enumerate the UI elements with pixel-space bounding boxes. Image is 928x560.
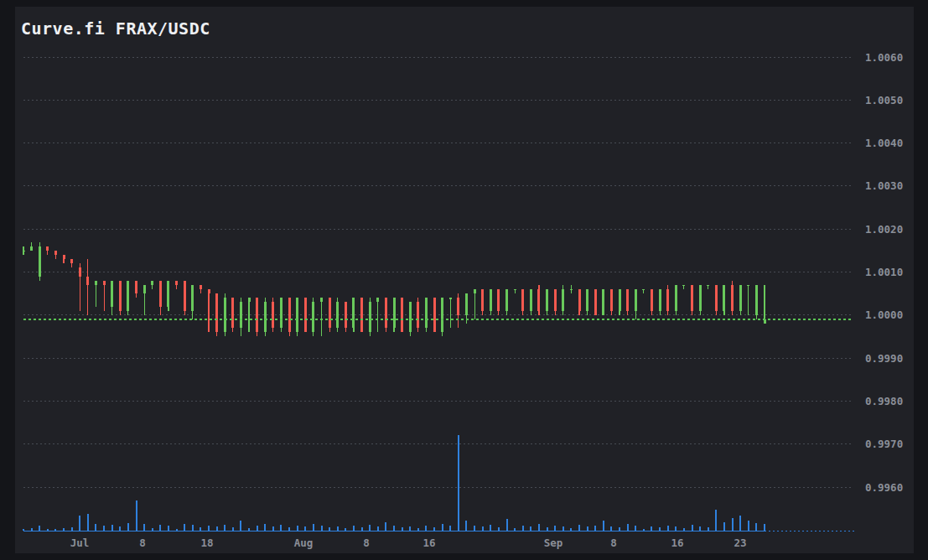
volume-bar (393, 526, 395, 531)
volume-bar (402, 527, 403, 531)
volume-bar (675, 526, 677, 531)
candle-body (127, 281, 129, 311)
candle-body (369, 302, 371, 332)
volume-bar (578, 525, 580, 531)
y-axis-tick-label: 0.9960 (865, 481, 903, 494)
volume-bar (692, 525, 693, 531)
x-axis-tick-label: 16 (671, 537, 683, 549)
candle-body (731, 285, 734, 311)
candle-body (675, 285, 677, 311)
volume-bar (755, 523, 757, 531)
volume-bar (764, 524, 765, 531)
candle-body (256, 298, 258, 332)
candle-body (537, 289, 540, 311)
volume-bar (47, 529, 49, 531)
candle-body (248, 298, 251, 302)
candle-body (30, 246, 33, 251)
candle-body (288, 298, 291, 332)
candle-body (505, 289, 508, 311)
price-chart-canvas[interactable]: 1.00601.00501.00401.00301.00201.00101.00… (15, 7, 914, 553)
x-axis-tick-label: 16 (423, 537, 435, 549)
volume-bar (192, 525, 194, 531)
volume-bar (442, 524, 443, 531)
candle-body (514, 289, 516, 290)
volume-bar (530, 526, 531, 531)
candle-body (184, 281, 186, 311)
y-axis-tick-label: 0.9980 (865, 395, 903, 407)
candle-body (715, 285, 718, 311)
volume-bar (659, 527, 661, 531)
candle-body (530, 289, 532, 311)
candle-body (54, 251, 57, 255)
candle-body (111, 281, 113, 307)
volume-bar (482, 526, 484, 531)
candle-body (272, 302, 274, 328)
volume-bar (200, 527, 201, 531)
volume-bar (297, 526, 298, 531)
volume-bar (184, 524, 185, 531)
volume-bar (143, 524, 145, 531)
volume-bar (216, 526, 218, 531)
volume-bar (651, 526, 652, 531)
x-axis-tick-label: 23 (734, 537, 746, 549)
candle-body (521, 289, 524, 311)
candle-body (490, 289, 492, 311)
x-axis-tick-label: 18 (200, 537, 213, 549)
volume-bar (465, 521, 467, 531)
y-axis-tick-label: 1.0040 (865, 137, 903, 149)
candle-body (231, 298, 234, 328)
volume-bar (313, 524, 314, 531)
candle-body (360, 298, 363, 332)
volume-bar (699, 526, 701, 531)
volume-bar (111, 525, 113, 531)
candle-body (626, 289, 629, 311)
candle-body (409, 302, 412, 332)
candle-body (441, 298, 443, 332)
y-axis-tick-label: 1.0010 (865, 266, 903, 278)
candle-body (707, 285, 709, 286)
candle-body (546, 289, 548, 311)
candle-body (449, 298, 452, 298)
volume-bar (31, 528, 33, 531)
candle-body (417, 302, 419, 328)
candle-body (39, 246, 41, 277)
volume-bar (610, 526, 612, 531)
candle-body (764, 319, 766, 324)
volume-bar (353, 526, 355, 531)
candle-body (336, 302, 339, 328)
volume-bar (257, 526, 258, 531)
volume-bar (87, 514, 89, 531)
volume-bar (538, 524, 540, 531)
candle-body (474, 289, 476, 293)
candle-body (103, 281, 106, 285)
candle-body (554, 289, 557, 311)
page: { "header": { "title": "Curve.fi FRAX/US… (0, 0, 928, 560)
candle-body (191, 285, 194, 311)
volume-bar (425, 526, 427, 531)
chart-panel: 1.00601.00501.00401.00301.00201.00101.00… (15, 7, 914, 553)
volume-bar (369, 525, 371, 531)
volume-bar (723, 522, 725, 531)
volume-bar (248, 528, 250, 531)
candle-body (119, 281, 122, 311)
volume-bar (159, 525, 161, 531)
volume-bar (63, 528, 65, 531)
volume-bar (337, 526, 339, 531)
volume-bar (514, 528, 516, 531)
candle-body (433, 298, 436, 332)
candle-body (200, 285, 202, 289)
volume-bar (667, 526, 669, 531)
candle-body (167, 281, 169, 307)
candle-body (329, 298, 331, 328)
candle-body (86, 277, 89, 285)
volume-bar (224, 525, 226, 531)
volume-bar (39, 526, 40, 531)
volume-bar (547, 527, 548, 531)
candle-body (312, 302, 314, 332)
candle-body (224, 298, 226, 332)
candle-body (755, 285, 758, 315)
volume-bar (79, 516, 80, 531)
volume-bar (304, 526, 306, 531)
volume-bar (54, 529, 56, 531)
volume-bar (498, 527, 500, 531)
